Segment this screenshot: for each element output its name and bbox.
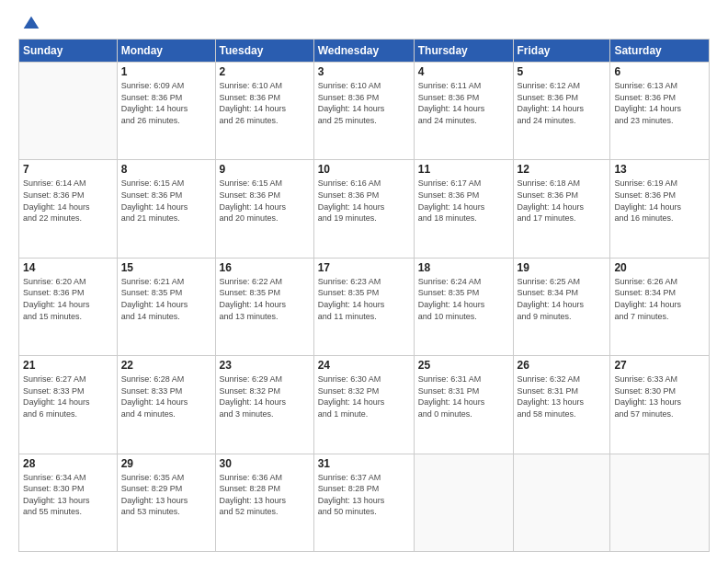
day-info-line: and 13 minutes. — [220, 311, 310, 323]
day-number: 29 — [121, 457, 211, 470]
calendar-cell: 5Sunrise: 6:12 AMSunset: 8:36 PMDaylight… — [513, 63, 610, 160]
calendar-cell — [610, 454, 710, 551]
day-info-line: Sunrise: 6:35 AM — [121, 472, 211, 484]
calendar-cell: 26Sunrise: 6:32 AMSunset: 8:31 PMDayligh… — [513, 356, 610, 454]
day-info-line: Daylight: 14 hours — [121, 299, 211, 311]
day-info-line: Sunrise: 6:09 AM — [121, 80, 211, 92]
day-info-line: Sunrise: 6:29 AM — [220, 373, 310, 385]
day-info-line: and 26 minutes. — [121, 115, 211, 127]
day-info-line: Sunrise: 6:36 AM — [220, 472, 310, 484]
day-info-line: Sunset: 8:36 PM — [518, 92, 607, 104]
day-info-line: Daylight: 14 hours — [121, 396, 211, 408]
day-info-line: and 20 minutes. — [220, 213, 310, 224]
day-number: 31 — [318, 457, 410, 470]
day-info-line: Sunset: 8:35 PM — [121, 287, 211, 299]
day-info-line: and 18 minutes. — [418, 213, 509, 224]
day-info-line: Sunrise: 6:14 AM — [23, 178, 113, 190]
calendar-cell: 27Sunrise: 6:33 AMSunset: 8:30 PMDayligh… — [610, 356, 710, 454]
page: Sunday Monday Tuesday Wednesday Thursday… — [0, 0, 728, 563]
day-info-line: Daylight: 14 hours — [23, 396, 113, 408]
day-info-line: Daylight: 14 hours — [418, 103, 509, 115]
calendar-cell: 13Sunrise: 6:19 AMSunset: 8:36 PMDayligh… — [610, 160, 710, 258]
day-number: 6 — [614, 65, 705, 78]
day-info-line: Sunset: 8:36 PM — [121, 92, 211, 104]
day-info-line: Daylight: 13 hours — [121, 495, 211, 507]
day-info-line: Daylight: 13 hours — [614, 396, 705, 408]
svg-marker-0 — [24, 17, 40, 29]
day-number: 5 — [518, 65, 607, 78]
day-info-line: Sunset: 8:36 PM — [614, 92, 705, 104]
day-info-line: Daylight: 14 hours — [518, 201, 607, 213]
day-info-line: Sunset: 8:36 PM — [418, 92, 509, 104]
day-info-line: and 24 minutes. — [518, 115, 607, 127]
day-info-line: Sunrise: 6:32 AM — [518, 373, 607, 385]
calendar-cell: 22Sunrise: 6:28 AMSunset: 8:33 PMDayligh… — [117, 356, 215, 454]
calendar-cell — [19, 63, 118, 160]
day-number: 30 — [220, 457, 310, 470]
day-info-line: Sunrise: 6:34 AM — [23, 472, 113, 484]
calendar-cell: 19Sunrise: 6:25 AMSunset: 8:34 PMDayligh… — [513, 258, 610, 355]
day-info-line: Sunset: 8:36 PM — [614, 190, 705, 201]
day-number: 22 — [121, 359, 211, 372]
calendar-cell: 15Sunrise: 6:21 AMSunset: 8:35 PMDayligh… — [117, 258, 215, 355]
day-info-line: Daylight: 14 hours — [614, 103, 705, 115]
day-info-line: and 9 minutes. — [518, 311, 607, 323]
day-info-line: Sunset: 8:32 PM — [318, 385, 410, 397]
calendar-cell: 11Sunrise: 6:17 AMSunset: 8:36 PMDayligh… — [414, 160, 513, 258]
day-info-line: Daylight: 13 hours — [318, 495, 410, 507]
day-info-line: and 11 minutes. — [318, 311, 410, 323]
calendar-cell: 24Sunrise: 6:30 AMSunset: 8:32 PMDayligh… — [313, 356, 414, 454]
day-info-line: and 0 minutes. — [418, 408, 509, 420]
day-info-line: and 21 minutes. — [121, 213, 211, 224]
day-info-line: Daylight: 14 hours — [318, 103, 410, 115]
calendar-cell: 16Sunrise: 6:22 AMSunset: 8:35 PMDayligh… — [215, 258, 313, 355]
day-number: 3 — [318, 65, 410, 78]
day-info-line: Sunrise: 6:22 AM — [220, 276, 310, 288]
day-info-line: and 58 minutes. — [518, 408, 607, 420]
day-number: 15 — [121, 261, 211, 274]
day-info-line: and 52 minutes. — [220, 506, 310, 518]
day-info-line: Daylight: 14 hours — [418, 299, 509, 311]
calendar-cell: 23Sunrise: 6:29 AMSunset: 8:32 PMDayligh… — [215, 356, 313, 454]
day-info-line: and 19 minutes. — [318, 213, 410, 224]
day-info-line: Sunset: 8:34 PM — [518, 287, 607, 299]
calendar-table: Sunday Monday Tuesday Wednesday Thursday… — [18, 39, 710, 552]
calendar-week-row: 1Sunrise: 6:09 AMSunset: 8:36 PMDaylight… — [19, 63, 710, 160]
calendar-cell: 14Sunrise: 6:20 AMSunset: 8:36 PMDayligh… — [19, 258, 118, 355]
day-number: 21 — [23, 359, 113, 372]
day-info-line: Daylight: 14 hours — [121, 201, 211, 213]
calendar-cell — [513, 454, 610, 551]
day-info-line: Daylight: 14 hours — [614, 201, 705, 213]
day-info-line: Sunset: 8:29 PM — [121, 483, 211, 495]
day-info-line: Sunset: 8:35 PM — [220, 287, 310, 299]
day-number: 14 — [23, 261, 113, 274]
header-friday: Friday — [513, 40, 610, 63]
day-number: 26 — [518, 359, 607, 372]
calendar-cell — [414, 454, 513, 551]
day-info-line: and 1 minute. — [318, 408, 410, 420]
calendar-cell: 3Sunrise: 6:10 AMSunset: 8:36 PMDaylight… — [313, 63, 414, 160]
calendar-cell: 21Sunrise: 6:27 AMSunset: 8:33 PMDayligh… — [19, 356, 118, 454]
day-info-line: Sunset: 8:28 PM — [318, 483, 410, 495]
day-info-line: Sunrise: 6:19 AM — [614, 178, 705, 190]
day-info-line: Daylight: 14 hours — [518, 299, 607, 311]
day-info-line: Sunrise: 6:13 AM — [614, 80, 705, 92]
day-info-line: Sunrise: 6:26 AM — [614, 276, 705, 288]
day-info-line: and 26 minutes. — [220, 115, 310, 127]
header — [18, 15, 710, 29]
day-info-line: Daylight: 14 hours — [23, 299, 113, 311]
header-wednesday: Wednesday — [313, 40, 414, 63]
calendar-week-row: 28Sunrise: 6:34 AMSunset: 8:30 PMDayligh… — [19, 454, 710, 551]
day-info-line: and 16 minutes. — [614, 213, 705, 224]
calendar-week-row: 7Sunrise: 6:14 AMSunset: 8:36 PMDaylight… — [19, 160, 710, 258]
day-info-line: Sunrise: 6:30 AM — [318, 373, 410, 385]
day-info-line: and 25 minutes. — [318, 115, 410, 127]
calendar-cell: 28Sunrise: 6:34 AMSunset: 8:30 PMDayligh… — [19, 454, 118, 551]
day-info-line: Sunset: 8:36 PM — [318, 190, 410, 201]
day-info-line: and 57 minutes. — [614, 408, 705, 420]
calendar-week-row: 14Sunrise: 6:20 AMSunset: 8:36 PMDayligh… — [19, 258, 710, 355]
header-tuesday: Tuesday — [215, 40, 313, 63]
day-info-line: Daylight: 14 hours — [518, 103, 607, 115]
day-info-line: Sunset: 8:36 PM — [518, 190, 607, 201]
day-info-line: Sunset: 8:34 PM — [614, 287, 705, 299]
